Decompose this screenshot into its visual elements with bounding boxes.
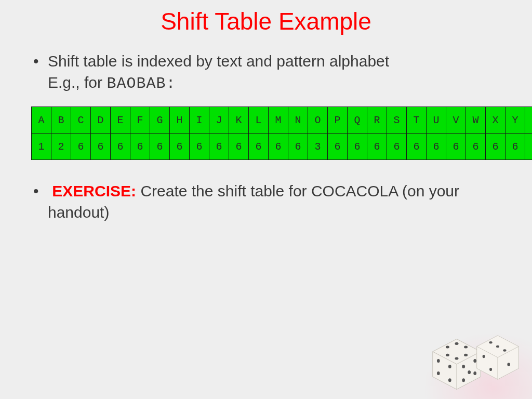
svg-point-6: [455, 357, 458, 360]
shift-table-value-cell: 6: [387, 134, 407, 160]
shift-table: ABCDEFGHIJKLMNOPQRSTUVWXYZ 1266666666666…: [31, 107, 532, 160]
svg-point-10: [437, 371, 440, 375]
svg-point-7: [464, 354, 468, 356]
shift-table-wrap: ABCDEFGHIJKLMNOPQRSTUVWXYZ 1266666666666…: [31, 107, 501, 160]
shift-table-value-cell: 6: [249, 134, 269, 160]
shift-table-value-cell: 6: [269, 134, 288, 160]
svg-point-4: [464, 345, 468, 348]
shift-table-value-cell: 6: [71, 134, 91, 160]
shift-table-letter-cell: G: [150, 107, 170, 134]
shift-table-letter-cell: E: [111, 107, 130, 134]
svg-point-5: [446, 354, 449, 356]
shift-table-value-cell: 6: [190, 134, 209, 160]
bullet-list: Shift table is indexed by text and patte…: [31, 51, 501, 94]
bullet-list-2: EXERCISE: Create the shift table for COC…: [31, 181, 501, 223]
shift-table-value-cell: 6: [525, 134, 533, 160]
shift-table-letter-cell: P: [328, 107, 348, 134]
shift-table-letter-cell: D: [91, 107, 111, 134]
svg-point-9: [448, 365, 451, 368]
shift-table-letter-cell: U: [427, 107, 446, 134]
shift-table-letter-cell: L: [249, 107, 269, 134]
svg-point-19: [489, 341, 492, 343]
svg-point-21: [503, 349, 506, 351]
shift-table-value-cell: 6: [288, 134, 308, 160]
shift-table-value-cell: 6: [150, 134, 170, 160]
svg-point-12: [462, 365, 465, 368]
svg-point-23: [489, 368, 492, 371]
svg-point-16: [473, 371, 476, 375]
svg-point-15: [462, 378, 465, 382]
shift-table-letters-row: ABCDEFGHIJKLMNOPQRSTUVWXYZ: [32, 107, 533, 134]
die-right-icon: [473, 332, 523, 382]
bullet-1-line2-mono: BAOBAB:: [107, 75, 176, 92]
shift-table-value-cell: 6: [486, 134, 506, 160]
bullet-1: Shift table is indexed by text and patte…: [45, 51, 501, 94]
bullet-2: EXERCISE: Create the shift table for COC…: [45, 181, 501, 223]
shift-table-value-cell: 6: [229, 134, 249, 160]
shift-table-letter-cell: H: [170, 107, 190, 134]
shift-table-value-cell: 6: [348, 134, 367, 160]
shift-table-value-cell: 6: [427, 134, 446, 160]
shift-table-letter-cell: I: [190, 107, 209, 134]
shift-table-value-cell: 6: [446, 134, 466, 160]
shift-table-value-cell: 6: [130, 134, 150, 160]
shift-table-letter-cell: F: [130, 107, 150, 134]
svg-point-22: [483, 355, 485, 358]
bullet-1-line2-prefix: E.g., for: [48, 74, 107, 91]
shift-table-value-cell: 6: [506, 134, 525, 160]
shift-table-letter-cell: W: [466, 107, 486, 134]
svg-point-13: [473, 359, 476, 363]
shift-table-letter-cell: J: [209, 107, 229, 134]
shift-table-letter-cell: R: [367, 107, 387, 134]
shift-table-value-cell: 6: [111, 134, 130, 160]
die-left-icon: [428, 336, 485, 393]
content-area: Shift table is indexed by text and patte…: [0, 35, 532, 223]
shift-table-letter-cell: Q: [348, 107, 367, 134]
shift-table-letter-cell: N: [288, 107, 308, 134]
shift-table-letter-cell: O: [308, 107, 328, 134]
svg-point-20: [496, 345, 499, 348]
shift-table-letter-cell: X: [486, 107, 506, 134]
shift-table-value-cell: 6: [328, 134, 348, 160]
shift-table-value-cell: 1: [32, 134, 51, 160]
shift-table-value-cell: 2: [51, 134, 71, 160]
shift-table-letter-cell: T: [407, 107, 427, 134]
shift-table-letter-cell: A: [32, 107, 51, 134]
svg-point-8: [437, 359, 440, 363]
shift-table-value-cell: 6: [367, 134, 387, 160]
slide: Shift Table Example Shift table is index…: [0, 0, 532, 399]
shift-table-letter-cell: V: [446, 107, 466, 134]
shift-table-values-row: 12666666666666366666666666: [32, 134, 533, 160]
bullet-1-line1: Shift table is indexed by text and patte…: [48, 52, 389, 70]
shift-table-letter-cell: Y: [506, 107, 525, 134]
svg-marker-0: [433, 339, 481, 390]
shift-table-letter-cell: K: [229, 107, 249, 134]
page-title: Shift Table Example: [0, 0, 532, 35]
shift-table-value-cell: 6: [170, 134, 190, 160]
shift-table-letter-cell: C: [71, 107, 91, 134]
svg-marker-17: [477, 336, 519, 379]
shift-table-value-cell: 6: [209, 134, 229, 160]
svg-point-24: [507, 363, 510, 366]
shift-table-value-cell: 6: [91, 134, 111, 160]
dice-decoration: [417, 307, 526, 395]
shift-table-value-cell: 6: [466, 134, 486, 160]
svg-point-14: [468, 370, 471, 374]
shift-table-value-cell: 6: [407, 134, 427, 160]
shift-table-letter-cell: M: [269, 107, 288, 134]
exercise-label: EXERCISE:: [52, 182, 136, 200]
shift-table-letter-cell: Z: [525, 107, 533, 134]
svg-point-3: [455, 342, 458, 345]
svg-point-11: [448, 378, 451, 382]
shift-table-value-cell: 3: [308, 134, 328, 160]
svg-point-2: [446, 345, 449, 348]
shift-table-letter-cell: S: [387, 107, 407, 134]
shift-table-letter-cell: B: [51, 107, 71, 134]
